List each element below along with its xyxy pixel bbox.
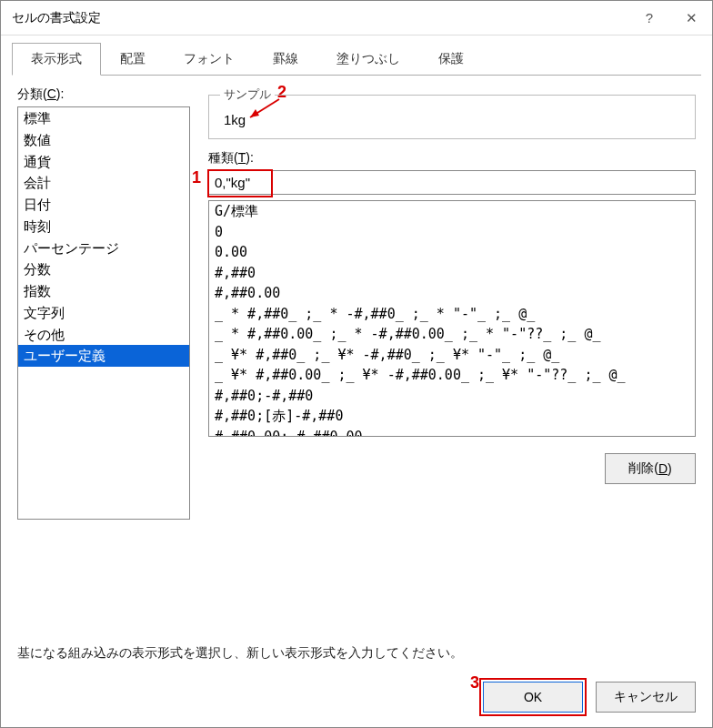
- sample-legend: サンプル: [220, 86, 275, 103]
- cancel-button[interactable]: キャンセル: [596, 682, 696, 713]
- list-item[interactable]: 分数: [18, 258, 189, 280]
- category-label: 分類(C):: [17, 86, 190, 103]
- right-column: 2 サンプル 1kg 種類(T): 1: [208, 86, 696, 623]
- category-column: 分類(C): 標準 数値 通貨 会計 日付 時刻 パーセンテージ 分数 指数 文…: [17, 86, 190, 623]
- list-item[interactable]: #,##0.00;-#,##0.00: [213, 427, 691, 438]
- list-item[interactable]: パーセンテージ: [18, 238, 189, 259]
- type-label-accel: T: [238, 150, 246, 165]
- list-item[interactable]: 数値: [18, 129, 189, 151]
- list-item[interactable]: G/標準: [213, 201, 691, 222]
- list-item[interactable]: 指数: [18, 280, 189, 302]
- list-item[interactable]: 文字列: [18, 302, 189, 324]
- list-item[interactable]: _ ¥* #,##0_ ;_ ¥* -#,##0_ ;_ ¥* "-"_ ;_ …: [213, 345, 691, 366]
- format-templates-listbox[interactable]: G/標準 0 0.00 #,##0 #,##0.00 _ * #,##0_ ;_…: [208, 200, 696, 437]
- list-item[interactable]: #,##0;-#,##0: [213, 386, 691, 407]
- delete-button-row: 削除(D): [208, 453, 696, 484]
- list-item[interactable]: 日付: [18, 194, 189, 216]
- tab-border[interactable]: 罫線: [254, 43, 317, 76]
- tab-strip: 表示形式 配置 フォント 罫線 塗りつぶし 保護: [1, 35, 712, 76]
- hint-text: 基になる組み込みの表示形式を選択し、新しい表示形式を入力してください。: [17, 645, 696, 662]
- list-item[interactable]: #,##0: [213, 263, 691, 284]
- help-button[interactable]: ?: [628, 2, 670, 35]
- category-label-accel: C: [47, 86, 56, 101]
- type-label-text: 種類(: [208, 150, 238, 165]
- type-label-end: ):: [246, 150, 254, 165]
- type-input-wrap: [208, 170, 696, 195]
- close-button[interactable]: ✕: [670, 2, 712, 35]
- sample-group: サンプル 1kg: [208, 86, 696, 139]
- list-item[interactable]: _ * #,##0_ ;_ * -#,##0_ ;_ * "-"_ ;_ @_: [213, 304, 691, 325]
- annotation-1: 1: [192, 168, 201, 187]
- tab-fill[interactable]: 塗りつぶし: [317, 43, 419, 76]
- tab-underline: [12, 75, 701, 76]
- window-title: セルの書式設定: [12, 10, 628, 26]
- dialog-footer: 3 OK キャンセル: [1, 669, 712, 727]
- main-row: 分類(C): 標準 数値 通貨 会計 日付 時刻 パーセンテージ 分数 指数 文…: [17, 86, 696, 623]
- list-item[interactable]: 0: [213, 222, 691, 243]
- delete-button-text: 削除(: [628, 460, 658, 477]
- list-item[interactable]: 標準: [18, 107, 189, 129]
- list-item[interactable]: その他: [18, 324, 189, 346]
- category-label-text: 分類(: [17, 86, 47, 101]
- list-item[interactable]: _ ¥* #,##0.00_ ;_ ¥* -#,##0.00_ ;_ ¥* "-…: [213, 365, 691, 386]
- delete-button-accel: D: [658, 461, 668, 476]
- sample-value: 1kg: [220, 112, 684, 127]
- format-cells-dialog: セルの書式設定 ? ✕ 表示形式 配置 フォント 罫線 塗りつぶし 保護 分類(…: [0, 0, 713, 728]
- tab-font[interactable]: フォント: [165, 43, 254, 76]
- format-code-input[interactable]: [208, 170, 696, 195]
- category-listbox[interactable]: 標準 数値 通貨 会計 日付 時刻 パーセンテージ 分数 指数 文字列 その他 …: [17, 106, 190, 520]
- tab-protection[interactable]: 保護: [419, 43, 483, 76]
- list-item-custom[interactable]: ユーザー定義: [18, 345, 189, 367]
- list-item[interactable]: #,##0;[赤]-#,##0: [213, 406, 691, 427]
- tab-alignment[interactable]: 配置: [101, 43, 165, 76]
- tab-content: 分類(C): 標準 数値 通貨 会計 日付 時刻 パーセンテージ 分数 指数 文…: [1, 76, 712, 669]
- list-item[interactable]: 通貨: [18, 151, 189, 173]
- list-item[interactable]: #,##0.00: [213, 283, 691, 304]
- list-item[interactable]: 会計: [18, 172, 189, 194]
- ok-button-wrap: OK: [483, 682, 583, 713]
- tab-number-format[interactable]: 表示形式: [12, 43, 101, 76]
- type-label: 種類(T):: [208, 150, 696, 167]
- delete-button-end: ): [668, 461, 672, 476]
- category-label-end: ):: [56, 86, 65, 101]
- list-item[interactable]: _ * #,##0.00_ ;_ * -#,##0.00_ ;_ * "-"??…: [213, 324, 691, 345]
- list-item[interactable]: 0.00: [213, 242, 691, 263]
- annotation-3: 3: [470, 673, 479, 693]
- titlebar: セルの書式設定 ? ✕: [1, 1, 712, 35]
- delete-button[interactable]: 削除(D): [605, 453, 696, 484]
- ok-button[interactable]: OK: [483, 682, 583, 713]
- list-item[interactable]: 時刻: [18, 216, 189, 238]
